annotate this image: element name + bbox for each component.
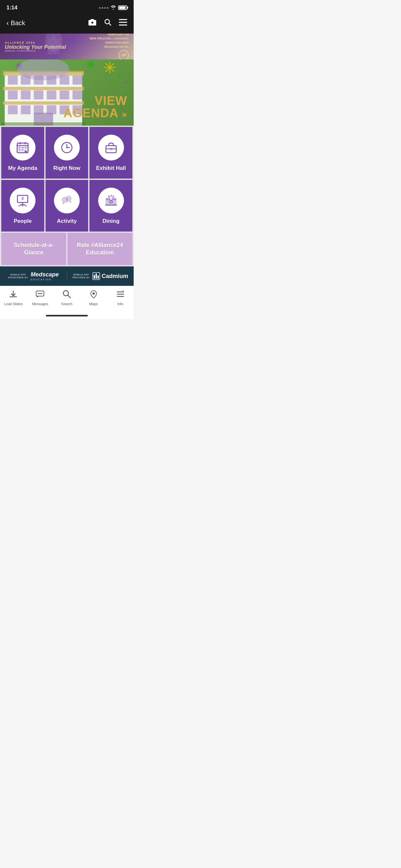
activity-icon-circle (54, 188, 80, 213)
briefcase-icon (104, 141, 118, 155)
dining-button[interactable]: Dining (89, 180, 132, 231)
alliance-banner: ALLIANCE 2024 Unlocking Your Potential A… (0, 34, 134, 59)
tab-maps-label: Maps (89, 302, 98, 306)
agenda-label: AGENDA » (64, 107, 127, 119)
wide-grid: Schedule-at-a-Glance Rate #Alliance24 Ed… (0, 233, 134, 267)
agenda-chevrons: » (122, 109, 127, 119)
svg-rect-100 (94, 275, 95, 279)
status-time: 1:14 (6, 4, 18, 11)
toast-icon (104, 193, 118, 208)
svg-rect-47 (34, 75, 43, 85)
svg-rect-81 (110, 148, 112, 150)
exhibit-hall-icon-circle (98, 135, 124, 160)
right-now-label: Right Now (53, 165, 81, 172)
schedule-glance-button[interactable]: Schedule-at-a-Glance (1, 233, 66, 265)
nav-icons (88, 19, 127, 28)
my-agenda-icon-circle (10, 135, 35, 160)
sponsor-cadmium: MOBILE APPPROVIDED BY Cadmium (67, 272, 134, 280)
people-icon-circle (10, 188, 35, 213)
my-agenda-label: My Agenda (8, 165, 37, 172)
svg-rect-74 (22, 149, 24, 151)
right-now-button[interactable]: Right Now (45, 127, 89, 179)
svg-point-94 (112, 197, 117, 200)
svg-point-86 (19, 205, 20, 207)
svg-rect-73 (19, 149, 20, 151)
agenda-text[interactable]: VIEW AGENDA » (64, 95, 127, 119)
tab-load-slides[interactable]: Load Slides (0, 287, 27, 308)
tab-messages[interactable]: Messages (27, 287, 54, 308)
menu-button[interactable] (119, 19, 127, 27)
cadmium-sponsor-label: MOBILE APPPROVIDED BY (72, 273, 90, 279)
search-button[interactable] (104, 19, 112, 28)
svg-line-96 (109, 196, 110, 197)
svg-rect-70 (19, 147, 20, 148)
svg-point-104 (38, 293, 39, 294)
view-agenda-banner[interactable]: VIEW AGENDA » (0, 59, 134, 126)
svg-line-108 (68, 295, 70, 298)
status-bar: 1:14 (0, 0, 134, 14)
svg-rect-4 (119, 19, 127, 20)
svg-rect-6 (119, 25, 127, 26)
people-button[interactable]: People (1, 180, 44, 231)
tab-bar: Load Slides Messages Search (0, 286, 134, 312)
banner-building-illustration (34, 34, 73, 59)
back-button[interactable]: ‹ Back (6, 19, 25, 27)
svg-rect-101 (96, 274, 97, 279)
svg-rect-48 (47, 75, 57, 85)
svg-rect-50 (73, 75, 82, 85)
svg-rect-68 (20, 142, 21, 144)
sponsor-medscape: MOBILE APPSPONSORED BY Medscape EDUCATIO… (0, 271, 67, 281)
tab-maps[interactable]: Maps (80, 287, 107, 308)
svg-point-93 (105, 197, 111, 200)
rate-education-button[interactable]: Rate #Alliance24 Education (67, 233, 132, 265)
main-grid: My Agenda Right Now Exhibit Hall (0, 126, 134, 233)
banner-location3: ORLEANS HOTEL (89, 45, 129, 49)
battery-icon (118, 5, 127, 10)
list-icon: ★ (116, 290, 125, 301)
status-icons (99, 5, 127, 11)
camera-button[interactable] (88, 19, 97, 28)
tab-info[interactable]: ★ Info (107, 287, 134, 308)
activity-button[interactable]: Activity (45, 180, 89, 231)
svg-line-3 (109, 23, 112, 26)
wifi-icon (111, 5, 116, 11)
svg-line-97 (113, 196, 114, 197)
svg-rect-49 (60, 75, 69, 85)
svg-point-109 (92, 292, 95, 294)
svg-rect-57 (8, 105, 18, 114)
svg-rect-54 (47, 90, 57, 99)
my-agenda-button[interactable]: My Agenda (1, 127, 44, 179)
svg-text:★: ★ (122, 290, 124, 292)
exhibit-hall-button[interactable]: Exhibit Hall (89, 127, 132, 179)
svg-point-88 (25, 205, 27, 207)
home-bar (46, 315, 88, 316)
svg-point-2 (105, 20, 110, 24)
banner-location1: NEW ORLEANS, LOUISIANA (89, 36, 129, 41)
svg-rect-58 (21, 105, 31, 114)
signal-icon (99, 7, 109, 9)
map-pin-icon (89, 290, 98, 301)
banner-location2: SHERATON NEW (89, 41, 129, 45)
svg-rect-102 (97, 275, 99, 279)
tab-search-label: Search (61, 302, 73, 306)
svg-point-105 (39, 293, 41, 294)
exhibit-hall-label: Exhibit Hall (96, 165, 126, 172)
tab-search[interactable]: Search (54, 287, 81, 308)
svg-point-1 (91, 22, 93, 24)
dining-label: Dining (102, 218, 120, 224)
svg-point-87 (22, 205, 24, 207)
calendar-icon (16, 141, 30, 155)
svg-point-106 (41, 293, 42, 294)
svg-rect-69 (25, 142, 26, 144)
dining-icon-circle (98, 188, 124, 213)
medscape-sponsor-label: MOBILE APPSPONSORED BY (8, 273, 28, 279)
clock-icon (60, 141, 74, 155)
svg-rect-72 (25, 147, 27, 148)
tab-load-slides-label: Load Slides (4, 302, 23, 306)
cadmium-icon-svg (92, 272, 100, 280)
svg-rect-53 (34, 90, 43, 99)
svg-point-78 (66, 147, 67, 148)
rate-education-label: Rate #Alliance24 Education (72, 242, 127, 257)
svg-rect-46 (21, 75, 31, 85)
message-icon (35, 290, 44, 301)
